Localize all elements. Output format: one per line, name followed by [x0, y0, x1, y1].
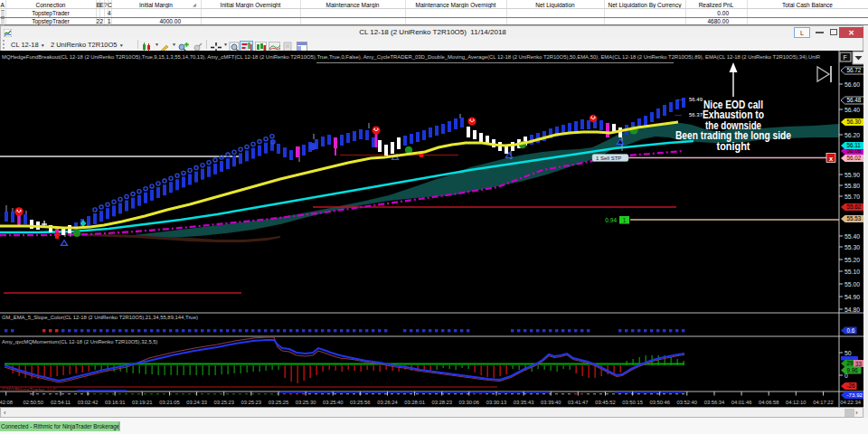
svg-text:54.90: 54.90 — [844, 294, 860, 300]
svg-text:04:12:10: 04:12:10 — [786, 400, 807, 405]
svg-text:03:41:47: 03:41:47 — [568, 400, 589, 405]
svg-text:56.30: 56.30 — [847, 118, 862, 125]
svg-text:55.53: 55.53 — [847, 215, 862, 222]
svg-text:03:25:40: 03:25:40 — [323, 400, 344, 405]
svg-text:02:54:11: 02:54:11 — [51, 400, 71, 405]
svg-text:03:02:42: 03:02:42 — [78, 400, 99, 405]
svg-text:MQHedgeFundBreakout(CL 12-18 (: MQHedgeFundBreakout(CL 12-18 (2 UniRenko… — [2, 54, 820, 60]
svg-text:55.90: 55.90 — [844, 172, 860, 178]
svg-text:03:30:06: 03:30:06 — [459, 400, 480, 405]
svg-text:03:25:25: 03:25:25 — [269, 400, 289, 405]
svg-text:03:39:40: 03:39:40 — [541, 400, 561, 405]
svg-text:03:50:15: 03:50:15 — [622, 400, 643, 405]
svg-text:-26: -26 — [847, 382, 856, 389]
svg-text:55.10: 55.10 — [844, 269, 860, 275]
svg-text:----: ---- — [675, 112, 682, 118]
svg-text:55.40: 55.40 — [844, 233, 860, 240]
svg-text:1 Sell STP: 1 Sell STP — [596, 156, 621, 161]
svg-text:-73.92: -73.92 — [847, 392, 863, 398]
svg-text:F: F — [844, 54, 847, 61]
svg-text:03:26:24: 03:26:24 — [377, 400, 398, 405]
svg-text:0.94: 0.94 — [605, 217, 617, 223]
svg-text:---: --- — [677, 97, 683, 102]
svg-text:55.80: 55.80 — [844, 183, 860, 189]
svg-text:0.6: 0.6 — [847, 327, 855, 334]
svg-text:03:19:21: 03:19:21 — [132, 400, 153, 405]
svg-text:04:01:46: 04:01:46 — [731, 400, 752, 405]
svg-text:56.37: 56.37 — [689, 112, 703, 118]
svg-text:©2018NinjaTrader, LLC.: ©2018NinjaTrader, LLC. — [2, 387, 59, 392]
svg-text:03:25:30: 03:25:30 — [296, 400, 316, 405]
svg-text:56.11: 56.11 — [847, 142, 862, 148]
svg-text:54.80: 54.80 — [844, 307, 860, 313]
svg-text:42:08: 42:08 — [0, 400, 13, 405]
svg-text:03:35:43: 03:35:43 — [514, 400, 534, 405]
svg-text:56.60: 56.60 — [844, 81, 860, 88]
svg-text:56.72: 56.72 — [847, 67, 862, 73]
svg-text:03:28:01: 03:28:01 — [404, 400, 425, 405]
svg-text:tonight: tonight — [717, 140, 750, 153]
svg-text:Amy_qvcMQMomentum(CL 12-18 (2: Amy_qvcMQMomentum(CL 12-18 (2 UniRenko T… — [2, 339, 158, 344]
svg-text:56.02: 56.02 — [847, 155, 862, 161]
svg-text:03:25:56: 03:25:56 — [350, 400, 371, 405]
svg-text:9.96: 9.96 — [847, 367, 859, 373]
svg-text:03:25:23: 03:25:23 — [241, 400, 262, 405]
svg-text:03:50:46: 03:50:46 — [649, 400, 670, 405]
svg-text:03:30:13: 03:30:13 — [486, 400, 507, 405]
svg-text:55.30: 55.30 — [844, 244, 860, 250]
svg-text:29: 29 — [847, 360, 854, 366]
svg-text:1: 1 — [623, 217, 627, 223]
svg-text:03:28:23: 03:28:23 — [431, 400, 452, 405]
svg-text:56.49: 56.49 — [689, 97, 703, 102]
svg-text:50: 50 — [844, 350, 852, 356]
svg-text:03:52:40: 03:52:40 — [677, 400, 698, 405]
svg-text:03:24:33: 03:24:33 — [186, 400, 207, 405]
svg-text:56.20: 56.20 — [844, 132, 860, 138]
svg-text:03:16:31: 03:16:31 — [105, 400, 126, 405]
svg-text:03:45:52: 03:45:52 — [595, 400, 616, 405]
svg-text:56.40: 56.40 — [844, 107, 860, 113]
svg-text:03:56:34: 03:56:34 — [704, 400, 725, 405]
svg-text:55.70: 55.70 — [844, 193, 860, 200]
svg-text:02:50:50: 02:50:50 — [24, 400, 44, 405]
svg-text:03:21:05: 03:21:05 — [159, 400, 180, 405]
svg-text:04:22:34: 04:22:34 — [840, 400, 861, 405]
svg-text:GM_EMA_5_Slope_Color(CL 12-18: GM_EMA_5_Slope_Color(CL 12-18 (2 UniRenk… — [2, 315, 198, 320]
svg-text:55.62: 55.62 — [847, 203, 862, 210]
svg-text:04:17:22: 04:17:22 — [813, 400, 834, 405]
svg-text:03:25:23: 03:25:23 — [213, 400, 234, 405]
svg-text:33: 33 — [855, 361, 863, 367]
svg-text:55.00: 55.00 — [844, 281, 860, 288]
svg-text:56.48: 56.48 — [847, 97, 862, 103]
svg-text:04:06:58: 04:06:58 — [759, 400, 779, 405]
svg-text:55.20: 55.20 — [844, 257, 860, 263]
